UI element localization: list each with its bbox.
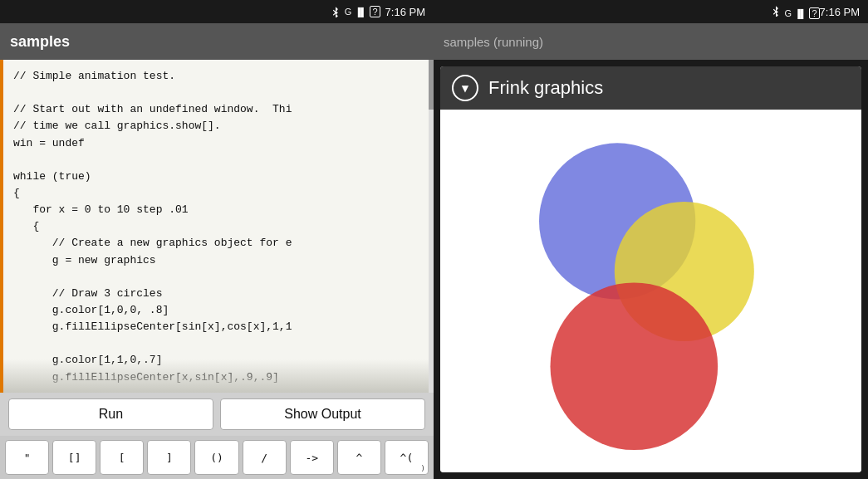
key-parens-label: (): [210, 452, 223, 464]
key-close-bracket[interactable]: ]: [147, 440, 191, 475]
action-buttons-bar: Run Show Output: [0, 393, 434, 436]
code-fade: [3, 359, 434, 393]
key-slash[interactable]: /: [243, 440, 287, 475]
key-open-bracket-label: [: [119, 452, 125, 464]
circles-svg: [440, 110, 861, 472]
right-status-bar: G ▐▌ ? 7:16 PM: [434, 0, 868, 23]
right-bluetooth-icon: [770, 5, 782, 17]
graphics-title: Frink graphics: [488, 77, 603, 99]
key-open-bracket[interactable]: [: [100, 440, 144, 475]
key-caret[interactable]: ^: [337, 440, 381, 475]
left-phone: G ▐▌ ? 7:16 PM samples // Simple animati…: [0, 0, 434, 479]
right-status-icons: G ▐▌ ?: [770, 5, 820, 19]
left-status-bar: G ▐▌ ? 7:16 PM: [0, 0, 434, 23]
show-output-button[interactable]: Show Output: [220, 398, 425, 430]
left-app-title: samples: [10, 33, 70, 51]
bars-icon: ▐▌: [355, 7, 366, 17]
key-caret-paren-label: ^(: [400, 452, 414, 464]
key-parens[interactable]: (): [194, 440, 238, 475]
key-caret-paren[interactable]: ^( ): [385, 440, 429, 475]
keyboard-row: " [] [ ] () / -> ^ ^( ): [0, 436, 434, 479]
graphics-title-bar: ▼ Frink graphics: [440, 66, 861, 110]
key-arrow[interactable]: ->: [290, 440, 334, 475]
bluetooth-icon: [330, 6, 341, 17]
code-editor[interactable]: // Simple animation test. // Start out w…: [0, 60, 434, 393]
right-bars-icon: ▐▌: [795, 9, 807, 18]
key-brackets-label: []: [68, 452, 81, 464]
right-phone: G ▐▌ ? 7:16 PM samples (running) ▼ Frink…: [434, 0, 868, 479]
key-slash-label: /: [261, 452, 267, 464]
key-caret-label: ^: [356, 452, 362, 464]
key-brackets[interactable]: []: [52, 440, 96, 475]
status-icons: G ▐▌ ?: [330, 6, 380, 17]
right-question-icon: ?: [809, 7, 819, 19]
run-button[interactable]: Run: [8, 398, 213, 430]
code-content: // Simple animation test. // Start out w…: [13, 68, 424, 393]
right-time: 7:16 PM: [820, 6, 860, 18]
graphics-window: ▼ Frink graphics: [440, 66, 861, 472]
key-caret-paren-sub: ): [421, 464, 425, 472]
question-icon: ?: [370, 6, 380, 17]
right-app-title: samples (running): [444, 35, 543, 49]
key-quote[interactable]: ": [5, 440, 49, 475]
right-signal-icon: G: [784, 8, 792, 18]
left-app-header: samples: [0, 23, 434, 60]
signal-icon: G: [345, 7, 352, 17]
key-arrow-label: ->: [305, 452, 318, 464]
key-quote-label: ": [24, 452, 31, 464]
graphics-canvas: [440, 110, 861, 472]
down-arrow-icon[interactable]: ▼: [452, 75, 478, 101]
right-app-header: samples (running): [434, 23, 868, 60]
red-circle: [550, 282, 718, 450]
left-time: 7:16 PM: [385, 6, 425, 18]
key-close-bracket-label: ]: [166, 452, 173, 464]
